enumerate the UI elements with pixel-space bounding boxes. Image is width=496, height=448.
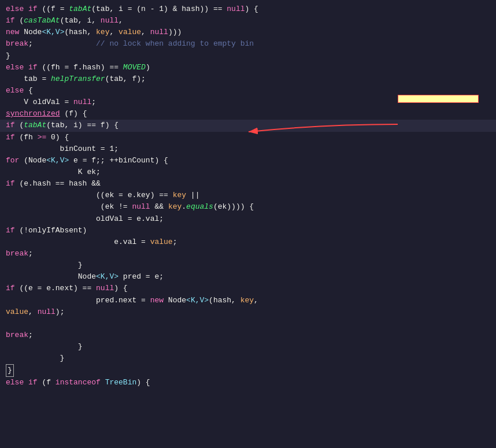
code-line: synchronized (f) { [0, 108, 496, 120]
code-line: if (e.hash == hash && [0, 178, 496, 190]
code-line [0, 318, 496, 329]
code-line: else if ((fh = f.hash) == MOVED) [0, 62, 496, 73]
code-editor: else if ((f = tabAt(tab, i = (n - 1) & h… [0, 0, 496, 448]
code-line: binCount = 1; [0, 143, 496, 155]
code-line: break; // no lock when adding to empty b… [0, 38, 496, 50]
code-line: else if (f instanceof TreeBin) { [0, 377, 496, 388]
code-line: break; [0, 248, 496, 260]
code-line: else if ((f = tabAt(tab, i = (n - 1) & h… [0, 3, 496, 15]
code-line: } [0, 364, 496, 377]
code-line: (ek != null && key.equals(ek)))) { [0, 201, 496, 213]
code-line: break; [0, 329, 496, 341]
code-line: pred.next = new Node<K,V>(hash, key, [0, 295, 496, 306]
code-line: if ((e = e.next) == null) { [0, 283, 496, 294]
annotation-box [398, 95, 479, 103]
code-line: } [0, 260, 496, 271]
code-line: } [0, 50, 496, 62]
code-line: ((ek = e.key) == key || [0, 190, 496, 201]
code-lines: else if ((f = tabAt(tab, i = (n - 1) & h… [0, 3, 496, 389]
code-line: new Node<K,V>(hash, key, value, null))) [0, 27, 496, 38]
code-line: if (tabAt(tab, i) == f) { [0, 120, 496, 131]
code-line: tab = helpTransfer(tab, f); [0, 73, 496, 85]
code-line: oldVal = e.val; [0, 213, 496, 225]
code-line: if (fh >= 0) { [0, 132, 496, 143]
code-line: value, null); [0, 306, 496, 318]
code-line: if (!onlyIfAbsent) [0, 225, 496, 236]
code-line: for (Node<K,V> e = f;; ++binCount) { [0, 155, 496, 166]
code-line: } [0, 341, 496, 353]
code-line: Node<K,V> pred = e; [0, 271, 496, 283]
code-line: } [0, 353, 496, 364]
code-line: e.val = value; [0, 236, 496, 248]
code-line: K ek; [0, 166, 496, 178]
code-line: if (casTabAt(tab, i, null, [0, 15, 496, 27]
